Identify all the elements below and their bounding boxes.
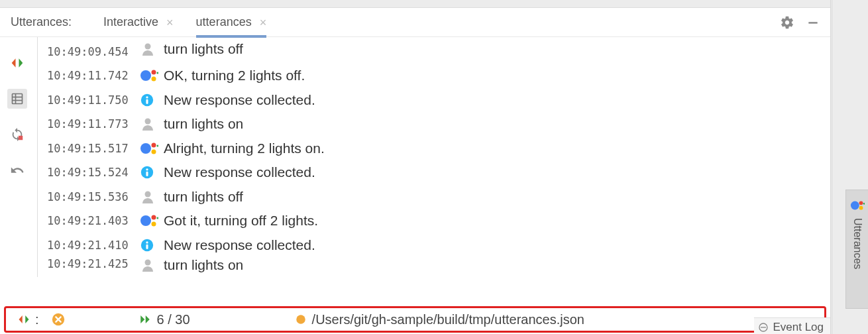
svg-point-16 [152, 142, 156, 147]
svg-point-6 [145, 44, 151, 50]
content-area: 10:49:09.454turn lights off10:49:11.742O… [0, 37, 830, 306]
info-icon [140, 238, 164, 252]
event-log-icon [758, 322, 769, 333]
svg-rect-5 [19, 136, 23, 140]
layout-icon[interactable] [7, 89, 27, 109]
svg-point-9 [152, 77, 156, 82]
assistant-icon [140, 213, 164, 229]
svg-point-28 [146, 241, 148, 243]
log-row: 10:49:15.536turn lights off [38, 185, 830, 209]
log-row: 10:49:09.454turn lights off [38, 45, 830, 64]
timestamp: 10:49:15.536 [47, 190, 140, 203]
event-log-button[interactable]: Event Log [754, 317, 830, 334]
timestamp: 10:49:11.750 [47, 93, 140, 107]
svg-point-32 [296, 315, 305, 324]
file-path-text: /Users/git/gh-sample/build/tmp/utterance… [312, 312, 584, 327]
assistant-icon [140, 68, 164, 84]
side-tab-utterances[interactable]: Utterances [845, 190, 868, 309]
log-text: New response collected. [164, 164, 315, 180]
log-text: turn lights off [164, 41, 243, 57]
event-log-label: Event Log [773, 321, 824, 334]
log-text: New response collected. [164, 237, 315, 253]
svg-point-25 [152, 222, 156, 227]
play-forward-icon [138, 313, 152, 325]
assistant-icon [140, 140, 164, 156]
toggle-arrows-icon[interactable] [7, 53, 27, 73]
log-row: 10:49:15.517Alright, turning 2 lights on… [38, 137, 830, 161]
svg-point-24 [152, 215, 156, 220]
tab-interactive[interactable]: Interactive × [103, 8, 174, 36]
assistant-icon [850, 198, 865, 213]
info-icon [140, 165, 164, 180]
log-row: 10:49:11.750New response collected. [38, 88, 830, 113]
log-text: turn lights on [164, 116, 243, 132]
status-progress: 6 / 30 [138, 312, 190, 327]
panel-title: Utterances: [11, 15, 72, 29]
svg-point-23 [140, 215, 151, 226]
svg-point-7 [140, 70, 151, 81]
status-bar: : 6 / 30 /Users/git/gh-sample/build/tmp/… [4, 306, 826, 333]
svg-point-35 [850, 201, 859, 210]
svg-point-14 [145, 119, 151, 125]
svg-rect-0 [808, 22, 817, 24]
side-gutter: Utterances [832, 0, 868, 334]
svg-point-12 [146, 96, 148, 98]
svg-point-37 [859, 206, 863, 210]
timestamp: 10:49:09.454 [47, 45, 140, 58]
svg-point-38 [863, 203, 864, 205]
svg-rect-29 [146, 244, 148, 249]
gear-icon[interactable] [780, 15, 794, 30]
status-error-icon[interactable] [51, 312, 66, 327]
timestamp: 10:49:11.742 [47, 69, 140, 82]
progress-text: 6 / 30 [157, 312, 190, 327]
log-list[interactable]: 10:49:09.454turn lights off10:49:11.742O… [37, 37, 830, 277]
svg-point-36 [859, 201, 863, 205]
tab-utterances[interactable]: utterances × [196, 8, 267, 36]
status-file-path: /Users/git/gh-sample/build/tmp/utterance… [295, 312, 584, 327]
svg-rect-1 [13, 94, 23, 104]
close-icon[interactable]: × [260, 17, 267, 28]
log-row: 10:49:15.524New response collected. [38, 160, 830, 185]
log-text: New response collected. [164, 92, 315, 108]
minimize-icon[interactable] [806, 16, 820, 29]
user-icon [140, 116, 164, 132]
svg-point-30 [145, 260, 151, 266]
svg-point-20 [146, 168, 148, 170]
log-text: turn lights off [164, 189, 243, 205]
timestamp: 10:49:11.773 [47, 117, 140, 131]
undo-icon[interactable] [7, 160, 27, 180]
svg-point-22 [145, 191, 151, 197]
svg-rect-21 [146, 172, 148, 176]
svg-rect-13 [146, 99, 148, 103]
side-tab-label: Utterances [851, 218, 863, 269]
status-toggle-icon[interactable]: : [18, 312, 39, 327]
close-icon[interactable]: × [166, 17, 174, 28]
log-text: turn lights on [164, 257, 243, 273]
timestamp: 10:49:21.425 [47, 257, 140, 270]
rerun-icon[interactable] [7, 125, 27, 144]
user-icon [140, 257, 164, 273]
log-row: 10:49:21.425turn lights on [38, 257, 830, 274]
header-bar: Utterances: Interactive × utterances × [0, 8, 830, 37]
tab-label: utterances [196, 15, 252, 29]
log-row: 10:49:11.742OK, turning 2 lights off. [38, 64, 830, 88]
svg-point-17 [152, 149, 156, 154]
dot-icon [295, 313, 307, 325]
utterances-panel: Utterances: Interactive × utterances × [0, 0, 831, 334]
user-icon [140, 189, 164, 205]
log-row: 10:49:11.773turn lights on [38, 112, 830, 137]
tab-label: Interactive [103, 15, 158, 29]
timestamp: 10:49:15.517 [47, 142, 140, 155]
timestamp: 10:49:21.410 [47, 239, 140, 252]
log-row: 10:49:21.410New response collected. [38, 233, 830, 258]
svg-point-26 [156, 217, 158, 219]
timestamp: 10:49:21.403 [47, 214, 140, 227]
user-icon [140, 41, 164, 57]
log-text: Got it, turning off 2 lights. [164, 213, 318, 229]
svg-point-15 [140, 143, 151, 154]
svg-point-10 [156, 72, 158, 74]
colon-text: : [35, 312, 39, 327]
log-row: 10:49:21.403Got it, turning off 2 lights… [38, 209, 830, 233]
svg-point-18 [156, 144, 158, 146]
svg-point-8 [152, 70, 156, 75]
